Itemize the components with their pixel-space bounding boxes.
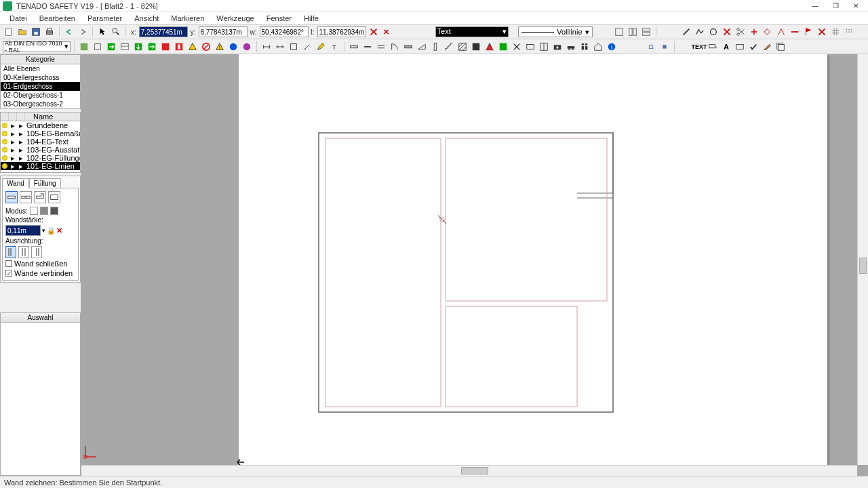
sym2-icon[interactable] <box>92 41 104 53</box>
cross2-icon[interactable] <box>511 41 523 53</box>
modus-option-2[interactable] <box>40 207 48 215</box>
line-tool-icon[interactable] <box>680 26 692 38</box>
modus-option-3[interactable] <box>50 207 58 215</box>
visibility-icon[interactable] <box>2 131 7 136</box>
check-icon[interactable] <box>747 41 760 53</box>
sym-table-icon[interactable] <box>119 41 131 53</box>
column-icon[interactable] <box>429 41 441 53</box>
wall-double-button[interactable] <box>20 191 32 203</box>
wall3-icon[interactable] <box>375 41 387 53</box>
category-item[interactable]: Alle Ebenen <box>1 64 80 73</box>
layer-row[interactable]: ▸▸Grundebene <box>1 121 80 129</box>
modus-option-1[interactable] <box>30 207 38 215</box>
misc2-icon[interactable] <box>538 41 550 53</box>
x-input[interactable] <box>139 26 188 37</box>
layer-row[interactable]: ▸▸104-EG-Text <box>1 138 80 146</box>
sym-fire-icon[interactable] <box>159 41 172 53</box>
scrollbar-vertical[interactable] <box>857 54 868 465</box>
ramp-icon[interactable] <box>416 41 428 53</box>
align-center-button[interactable] <box>18 246 29 258</box>
tab-fullung[interactable]: Füllung <box>29 178 61 188</box>
category-item[interactable]: 02-Obergeschoss-1 <box>1 91 80 100</box>
align-right-button[interactable] <box>31 246 42 258</box>
sym-warn-icon[interactable] <box>186 41 199 53</box>
line-style-dropdown[interactable]: Volllinie▾ <box>518 26 593 37</box>
sym-exit-icon[interactable] <box>105 41 117 53</box>
menu-werkzeuge[interactable]: Werkzeuge <box>211 13 259 24</box>
visibility-icon[interactable] <box>2 163 7 169</box>
window-icon[interactable] <box>402 41 414 53</box>
wall-rect-button[interactable] <box>48 191 60 203</box>
wall-icon[interactable] <box>348 41 360 53</box>
category-item[interactable]: 03-Obergeschoss-2 <box>1 100 80 108</box>
dim1-icon[interactable] <box>260 41 273 53</box>
wall-poly-button[interactable] <box>34 191 46 203</box>
sym-arrow-icon[interactable] <box>132 41 144 53</box>
info-icon[interactable]: i <box>606 41 618 53</box>
w-input[interactable] <box>260 26 309 37</box>
snap1-icon[interactable] <box>645 41 657 53</box>
wall2-icon[interactable] <box>361 41 374 53</box>
people-icon[interactable] <box>578 41 591 53</box>
dropdown-arrow-icon[interactable]: ▾ <box>42 227 45 234</box>
visibility-icon[interactable] <box>2 123 7 128</box>
hatch-icon[interactable] <box>456 41 469 53</box>
menu-hilfe[interactable]: Hilfe <box>298 13 324 24</box>
text-style-dropdown[interactable]: Text▾ <box>435 26 509 37</box>
dim3-icon[interactable] <box>288 41 300 53</box>
stairs-icon[interactable] <box>443 41 455 53</box>
category-item[interactable]: 00-Kellergeschoss <box>1 73 80 82</box>
redo-icon[interactable] <box>77 26 89 38</box>
maximize-button[interactable]: ❐ <box>826 1 845 12</box>
l-input[interactable] <box>317 26 366 37</box>
car-icon[interactable] <box>565 41 577 53</box>
home-icon[interactable] <box>592 41 604 53</box>
visibility-icon[interactable] <box>2 139 7 144</box>
minimize-button[interactable]: — <box>806 1 825 12</box>
dots-icon[interactable] <box>843 26 855 38</box>
layer-name-header[interactable]: Name <box>25 113 80 121</box>
visibility-icon[interactable] <box>2 147 7 152</box>
palette-dropdown[interactable]: Ab DIN EN ISO 7010 - RAL▾ <box>3 41 71 52</box>
layer-row[interactable]: ▸▸105-EG-Bemaßung <box>1 129 80 138</box>
menu-fenster[interactable]: Fenster <box>261 13 297 24</box>
layer-row[interactable]: ▸▸102-EG-Füllungen <box>1 154 80 162</box>
save-icon[interactable] <box>30 26 42 38</box>
align-left-button[interactable] <box>5 246 16 258</box>
sym-purple-icon[interactable] <box>241 41 253 53</box>
wall-single-button[interactable] <box>5 191 18 203</box>
wand-schliessen-checkbox[interactable] <box>5 260 12 267</box>
north-icon[interactable] <box>497 41 509 53</box>
wandstarke-input[interactable] <box>5 225 41 236</box>
grid-icon[interactable] <box>829 26 842 38</box>
layer-row[interactable]: ▸▸103-EG-Ausstattung <box>1 146 80 154</box>
drawing-page[interactable] <box>239 54 827 469</box>
dim4-icon[interactable] <box>301 41 313 53</box>
edit2-icon[interactable] <box>762 26 774 38</box>
close-button[interactable]: ✕ <box>846 1 865 12</box>
sym-mand-icon[interactable] <box>227 41 239 53</box>
label-icon[interactable] <box>707 41 719 53</box>
wande-verbinden-checkbox[interactable]: ✓ <box>5 270 12 277</box>
menu-ansicht[interactable]: Ansicht <box>129 13 164 24</box>
sym-prohibit-icon[interactable] <box>200 41 212 53</box>
circle-tool-icon[interactable] <box>707 26 719 38</box>
sym-right-icon[interactable] <box>146 41 158 53</box>
close-coord-icon[interactable]: ✕ <box>381 26 392 37</box>
menu-bearbeiten[interactable]: Bearbeiten <box>34 13 81 24</box>
marker-icon[interactable] <box>484 41 496 53</box>
a-icon[interactable]: A <box>720 41 732 53</box>
sym1-icon[interactable] <box>78 41 90 53</box>
zoom-icon[interactable] <box>110 26 122 38</box>
cross-tool-icon[interactable] <box>721 26 733 38</box>
category-item[interactable]: 01-Erdgeschoss <box>1 82 80 91</box>
edit1-icon[interactable] <box>748 26 760 38</box>
tab-wand[interactable]: Wand <box>2 178 29 188</box>
hatch2-icon[interactable] <box>470 41 482 53</box>
layout1-icon[interactable] <box>613 26 625 38</box>
open-icon[interactable] <box>16 26 28 38</box>
camera-icon[interactable] <box>551 41 564 53</box>
y-input[interactable] <box>199 26 248 37</box>
snap2-icon[interactable] <box>658 41 671 53</box>
flag-icon[interactable] <box>802 26 814 38</box>
